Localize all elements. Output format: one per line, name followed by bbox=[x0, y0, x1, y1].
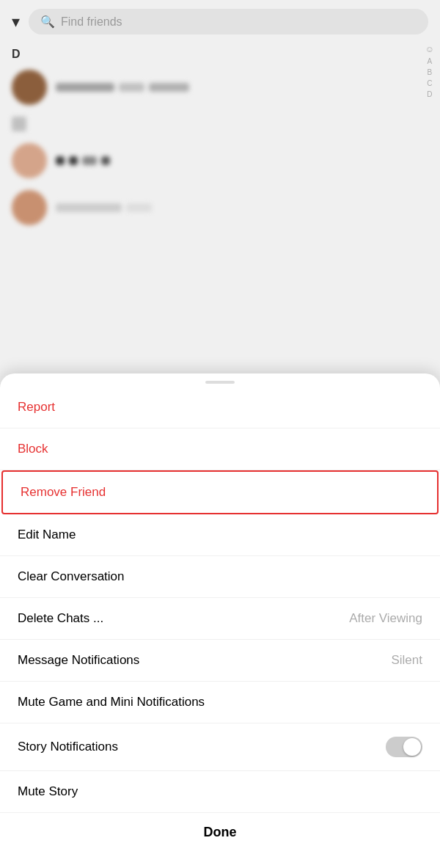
bottom-sheet: Report Block Remove Friend Edit Name Cle… bbox=[0, 373, 440, 868]
message-notifications-label: Message Notifications bbox=[18, 653, 139, 668]
chevron-down-icon[interactable]: ▾ bbox=[12, 12, 20, 32]
friend-row-3 bbox=[12, 137, 440, 184]
avatar-3 bbox=[12, 143, 47, 178]
toggle-knob bbox=[403, 738, 421, 756]
edit-name-item[interactable]: Edit Name bbox=[0, 514, 440, 556]
search-input-placeholder: Find friends bbox=[61, 15, 122, 29]
story-notifications-item[interactable]: Story Notifications bbox=[0, 723, 440, 771]
done-button[interactable]: Done bbox=[204, 825, 237, 840]
search-bar[interactable]: 🔍 Find friends bbox=[29, 9, 428, 34]
section-letter-d: D bbox=[12, 43, 440, 64]
clear-conversation-item[interactable]: Clear Conversation bbox=[0, 556, 440, 598]
friends-list-bg: D ☺ A B C D bbox=[0, 43, 440, 231]
block-label: Block bbox=[18, 442, 48, 456]
report-item[interactable]: Report bbox=[0, 387, 440, 428]
alpha-d: D bbox=[427, 90, 432, 100]
story-notifications-toggle[interactable] bbox=[386, 737, 422, 757]
message-notifications-item[interactable]: Message Notifications Silent bbox=[0, 640, 440, 682]
sheet-handle bbox=[0, 373, 440, 387]
report-label: Report bbox=[18, 400, 55, 415]
handle-bar bbox=[205, 381, 235, 384]
avatar-1 bbox=[12, 70, 47, 105]
remove-friend-label: Remove Friend bbox=[21, 485, 106, 500]
mute-story-label: Mute Story bbox=[18, 784, 78, 799]
friend-row-1 bbox=[12, 64, 440, 111]
story-notifications-label: Story Notifications bbox=[18, 740, 118, 754]
avatar-4 bbox=[12, 190, 47, 225]
clear-conversation-label: Clear Conversation bbox=[18, 569, 125, 584]
delete-chats-label: Delete Chats ... bbox=[18, 611, 103, 626]
mute-story-item[interactable]: Mute Story bbox=[0, 771, 440, 813]
top-bar: ▾ 🔍 Find friends bbox=[0, 0, 440, 43]
alphabet-index: ☺ A B C D bbox=[425, 43, 434, 100]
done-row[interactable]: Done bbox=[0, 813, 440, 846]
friend-row-2 bbox=[12, 111, 440, 137]
friend-names-3 bbox=[56, 156, 110, 165]
avatar-2-small bbox=[12, 117, 26, 131]
message-notifications-value: Silent bbox=[391, 653, 422, 668]
edit-name-label: Edit Name bbox=[18, 528, 76, 542]
mute-game-label: Mute Game and Mini Notifications bbox=[18, 695, 205, 710]
delete-chats-value: After Viewing bbox=[349, 611, 422, 626]
friend-names-1 bbox=[56, 83, 189, 92]
alpha-c: C bbox=[427, 79, 432, 89]
alpha-a: A bbox=[428, 56, 433, 67]
remove-friend-item[interactable]: Remove Friend bbox=[1, 470, 439, 514]
alpha-smiley: ☺ bbox=[425, 43, 434, 56]
alpha-b: B bbox=[428, 68, 433, 78]
search-icon: 🔍 bbox=[40, 15, 55, 29]
delete-chats-item[interactable]: Delete Chats ... After Viewing bbox=[0, 598, 440, 640]
friend-names-4 bbox=[56, 203, 152, 212]
mute-game-item[interactable]: Mute Game and Mini Notifications bbox=[0, 682, 440, 723]
block-item[interactable]: Block bbox=[0, 428, 440, 470]
friend-row-4 bbox=[12, 184, 440, 231]
